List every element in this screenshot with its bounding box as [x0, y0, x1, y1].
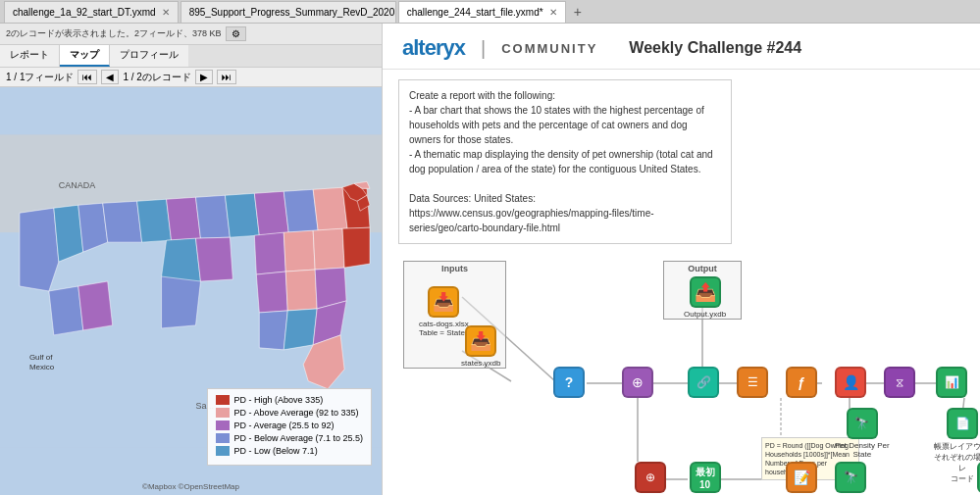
map-legend: PD - High (Above 335) PD - Above Average… [207, 388, 372, 466]
output-tool[interactable]: 📤 Output.yxdb [684, 276, 726, 319]
tab-2[interactable]: 895_Support_Progress_Summary_RevD_202011… [181, 1, 396, 23]
union-tool[interactable]: ⊕ [622, 367, 653, 398]
states-tool[interactable]: 📥 states.yxdb [461, 325, 500, 368]
report2-tool[interactable]: 📄 帳票レイアウト-それぞれの場 のレコード [933, 408, 980, 484]
map-area: Gulf of Mexico Bermuda CANADA Sa... PD -… [0, 87, 382, 495]
legend-label-high: PD - High (Above 335) [234, 395, 324, 405]
output-label: Output.yxdb [684, 310, 726, 319]
sample-icon: 👤 [835, 367, 866, 398]
svg-marker-3 [54, 205, 83, 262]
output-icon: 📤 [690, 276, 721, 308]
nav-first-button[interactable]: ⏮ [77, 70, 97, 84]
pet-density-label: Pet Density PerState [835, 441, 890, 459]
report-icon: 📊 [936, 367, 967, 398]
union-icon: ⊕ [622, 367, 653, 398]
output-group-label: Output [682, 262, 723, 275]
legend-label-low: PD - Low (Below 7.1) [234, 446, 318, 456]
tab-2-label: 895_Support_Progress_Summary_RevD_202011… [189, 7, 396, 18]
formula2-tool[interactable]: 📝 [786, 462, 817, 493]
community-label: COMMUNITY [501, 41, 597, 56]
left-panel: 2のレコードが表示されました。2フィールド、378 KB ⚙ レポート マップ … [0, 24, 383, 495]
tab-3[interactable]: challenge_244_start_file.yxmd* ✕ [398, 1, 566, 23]
svg-marker-28 [162, 276, 201, 328]
formula-icon: ƒ [786, 367, 817, 398]
select-tool[interactable]: ☰ [737, 367, 768, 398]
svg-marker-9 [167, 197, 201, 240]
svg-marker-5 [103, 201, 142, 242]
legend-label-above-avg: PD - Above Average (92 to 335) [234, 408, 359, 418]
view-tabs: レポート マップ プロフィール [0, 45, 382, 68]
legend-color-below-avg [216, 433, 230, 443]
help-icon: ? [553, 367, 585, 398]
workflow-canvas: Inputs 📥 cats-dogs.xlsxTable = States 📥 … [398, 256, 980, 495]
nav-next-button[interactable]: ▶ [195, 70, 213, 84]
tab-map[interactable]: マップ [60, 45, 110, 67]
svg-marker-2 [20, 208, 59, 291]
settings-button[interactable]: ⚙ [226, 26, 246, 41]
legend-label-avg: PD - Average (25.5 to 92) [234, 421, 335, 430]
right-header: alteryx | COMMUNITY Weekly Challenge #24… [383, 24, 980, 70]
pct-households-icon: ⊕ [635, 462, 666, 493]
formula-tool[interactable]: ƒ [786, 367, 817, 398]
output-group: Output 📤 Output.yxdb [663, 261, 742, 320]
top10-tool[interactable]: 最初10 最初の 10 [688, 462, 722, 495]
svg-marker-11 [225, 193, 259, 237]
inputs-group-label: Inputs [436, 262, 474, 275]
report2-icon: 📄 [947, 408, 978, 439]
left-toolbar: 2のレコードが表示されました。2フィールド、378 KB ⚙ [0, 24, 382, 45]
svg-marker-23 [259, 311, 287, 350]
states-label: states.yxdb [461, 359, 500, 368]
join-icon: 🔗 [688, 367, 719, 398]
svg-marker-13 [284, 189, 318, 232]
svg-marker-20 [256, 272, 287, 313]
svg-text:Mexico: Mexico [29, 363, 55, 371]
main-content: 2のレコードが表示されました。2フィールド、378 KB ⚙ レポート マップ … [0, 24, 980, 495]
legend-color-avg [216, 421, 230, 430]
tab-3-close[interactable]: ✕ [549, 7, 557, 18]
report2-label: 帳票レイアウト-それぞれの場 のレコード [933, 441, 980, 484]
tab-report[interactable]: レポート [0, 45, 60, 67]
pct-households-tool[interactable]: ⊕ Percentage ofhouseholds withpets - 猫種 [622, 462, 678, 495]
map-credit: ©Mapbox ©OpenStreetMap [142, 482, 239, 491]
legend-item-avg: PD - Average (25.5 to 92) [216, 421, 363, 430]
svg-marker-19 [342, 227, 370, 268]
svg-marker-10 [195, 195, 230, 238]
svg-marker-14 [313, 187, 347, 230]
help-tool[interactable]: ? [553, 367, 585, 398]
pet-density-icon: 🔭 [847, 408, 878, 439]
legend-item-high: PD - High (Above 335) [216, 395, 363, 405]
inputs-group: Inputs 📥 cats-dogs.xlsxTable = States 📥 … [403, 261, 506, 369]
svg-marker-21 [285, 270, 317, 311]
filter-icon: ⧖ [884, 367, 915, 398]
svg-text:Gulf of: Gulf of [29, 353, 53, 362]
right-content[interactable]: Create a report with the following: - A … [383, 70, 980, 495]
report-tool[interactable]: 📊 [936, 367, 967, 398]
status-text: 2のレコードが表示されました。2フィールド、378 KB [6, 27, 222, 40]
legend-item-above-avg: PD - Above Average (92 to 335) [216, 408, 363, 418]
add-tab-button[interactable]: + [568, 4, 588, 20]
tab-3-label: challenge_244_start_file.yxmd* [407, 7, 543, 18]
top10-icon: 最初10 [690, 462, 721, 493]
nav-last-button[interactable]: ⏭ [217, 70, 236, 84]
challenge-title: Weekly Challenge #244 [629, 39, 801, 57]
tab-1[interactable]: challenge_1a_92_start_DT.yxmd ✕ [4, 1, 179, 23]
binoculars-tool[interactable]: 🔭 [835, 462, 866, 493]
join-tool[interactable]: 🔗 [688, 367, 719, 398]
nav-prev-button[interactable]: ◀ [101, 70, 119, 84]
svg-marker-6 [137, 199, 172, 242]
formula2-icon: 📝 [786, 462, 817, 493]
legend-color-above-avg [216, 408, 230, 418]
legend-label-below-avg: PD - Below Average (7.1 to 25.5) [234, 433, 363, 443]
legend-color-high [216, 395, 230, 405]
field-label: 1 / 1フィールド [6, 71, 74, 84]
svg-marker-18 [313, 228, 344, 270]
logo-divider: | [481, 37, 486, 60]
filter-tool[interactable]: ⧖ [884, 367, 915, 398]
tab-1-close[interactable]: ✕ [162, 7, 170, 18]
pet-density-tool[interactable]: 🔭 Pet Density PerState [835, 408, 890, 459]
svg-text:CANADA: CANADA [59, 180, 95, 190]
sample-tool[interactable]: 👤 [835, 367, 866, 398]
cats-dogs-icon: 📥 [428, 286, 459, 318]
legend-item-below-avg: PD - Below Average (7.1 to 25.5) [216, 433, 363, 443]
tab-profile[interactable]: プロフィール [110, 45, 188, 67]
